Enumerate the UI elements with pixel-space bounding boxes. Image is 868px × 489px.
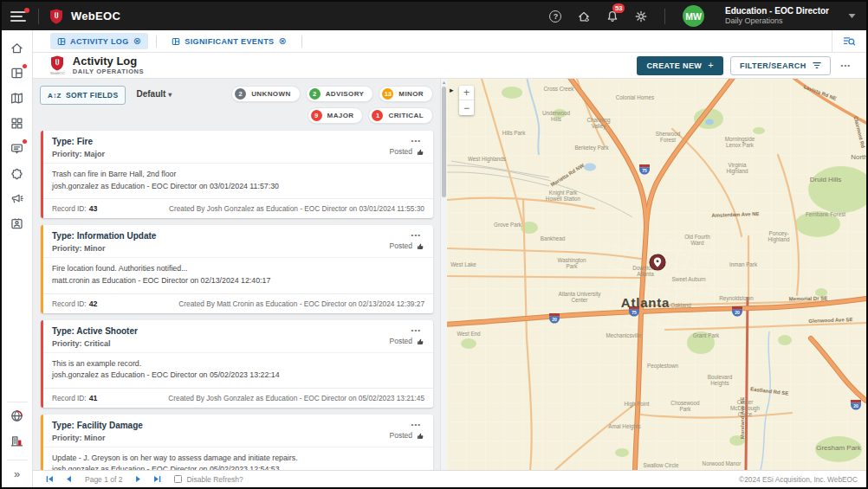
tab-label: ACTIVITY LOG — [70, 37, 129, 46]
notifications-bell-icon[interactable]: 53 — [606, 9, 620, 23]
record-type: Type: Fire — [52, 137, 105, 146]
activity-record-card[interactable]: Type: Information Update Priority: Minor… — [41, 225, 433, 312]
svg-text:Colonial Homes: Colonial Homes — [616, 94, 654, 100]
sidebar-expand-icon[interactable]: » — [14, 464, 20, 487]
record-more-menu-icon[interactable]: ••• — [408, 231, 424, 239]
svg-text:Memorial Dr SE: Memorial Dr SE — [789, 296, 827, 302]
pagination: Page 1 of 2 — [45, 474, 162, 484]
record-type: Type: Facility Damage — [52, 421, 143, 430]
record-more-menu-icon[interactable]: ••• — [408, 421, 424, 428]
user-context[interactable]: Education - EOC Director Daily Operation… — [725, 6, 829, 27]
board-more-menu-icon[interactable]: ••• — [838, 61, 854, 69]
sidebar-maps-icon[interactable] — [7, 88, 28, 107]
thumbs-up-icon — [416, 241, 424, 250]
sidebar-home-icon[interactable] — [7, 38, 28, 57]
svg-text:High Point: High Point — [624, 401, 649, 408]
sidebar-message-board-icon[interactable] — [7, 138, 28, 158]
counter-major[interactable]: 9 MAJOR — [308, 107, 364, 124]
moreland-ave — [746, 297, 748, 470]
record-type: Type: Information Update — [52, 231, 156, 241]
svg-text:Norwood Manor: Norwood Manor — [703, 460, 742, 466]
scroll-up-arrow[interactable]: ▲ — [441, 80, 447, 85]
activity-record-card[interactable]: Type: Facility Damage Priority: Minor ••… — [41, 415, 433, 470]
page-indicator: Page 1 of 2 — [85, 475, 122, 484]
tab-close-icon[interactable]: ⊗ — [278, 36, 287, 46]
atlanta-map[interactable]: 7575202020 West HighlandsHills ParkCross… — [447, 79, 866, 470]
help-icon[interactable]: ? — [548, 9, 563, 23]
record-created-by: Created By Josh Gonzalez as Education - … — [169, 204, 424, 213]
user-avatar[interactable]: MW — [683, 5, 704, 27]
hamburger-menu-icon[interactable] — [10, 10, 28, 23]
settings-gear-icon[interactable] — [634, 9, 649, 23]
activity-record-card[interactable]: Type: Fire Priority: Major ••• Posted — [41, 131, 433, 218]
svg-text:Reynoldstown: Reynoldstown — [719, 295, 754, 302]
list-scrollbar[interactable]: ▲ — [440, 79, 447, 470]
svg-text:West End: West End — [457, 331, 481, 337]
tab-close-icon[interactable]: ⊗ — [133, 36, 142, 46]
messages-badge-dot — [23, 139, 27, 144]
sort-fields-button[interactable]: A↕Z SORT FIELDS — [40, 86, 126, 105]
filter-icon — [813, 61, 821, 69]
sidebar-organization-icon[interactable] — [7, 431, 28, 450]
svg-text:Mechanicsville: Mechanicsville — [606, 332, 642, 338]
sort-row: A↕Z SORT FIELDS Default ▾ 2 UNKNOWN — [40, 86, 435, 124]
left-sidebar: » — [2, 30, 33, 487]
svg-text:Gresham Park: Gresham Park — [816, 444, 862, 452]
svg-text:20: 20 — [552, 317, 557, 322]
zoom-out-button[interactable]: − — [459, 100, 474, 115]
counter-minor[interactable]: 13 MINOR — [379, 86, 433, 102]
first-page-button[interactable] — [45, 474, 55, 484]
sort-order-dropdown[interactable]: Default ▾ — [136, 89, 172, 99]
svg-text:20: 20 — [853, 403, 858, 409]
previous-page-button[interactable] — [64, 474, 74, 484]
svg-text:Grant Park: Grant Park — [693, 332, 720, 338]
map-pane[interactable]: ▸ + − — [447, 79, 866, 470]
plus-icon: + — [708, 61, 714, 69]
record-id: 41 — [89, 394, 98, 402]
tab-significant-events[interactable]: SIGNIFICANT EVENTS ⊗ — [165, 33, 294, 49]
scrollbar-thumb[interactable] — [442, 87, 446, 197]
svg-text:Bankhead: Bankhead — [541, 235, 566, 241]
svg-text:VirginiaHighland: VirginiaHighland — [727, 162, 748, 175]
zoom-in-button[interactable]: + — [459, 86, 474, 100]
search-records-icon[interactable] — [832, 30, 866, 52]
counter-critical[interactable]: 1 CRITICAL — [368, 107, 433, 124]
record-more-menu-icon[interactable]: ••• — [408, 326, 424, 334]
user-menu-chevron-down-icon[interactable] — [848, 13, 856, 19]
filter-search-button[interactable]: FILTER/SEARCH — [730, 56, 831, 75]
svg-text:20: 20 — [735, 310, 740, 315]
map-zoom-control: + − — [459, 86, 474, 115]
sidebar-locale-globe-icon[interactable] — [7, 406, 28, 425]
map-collapse-icon[interactable]: ▸ — [450, 86, 454, 94]
thumbs-up-icon — [416, 431, 424, 440]
home-icon[interactable] — [577, 9, 592, 23]
chevron-down-icon: ▾ — [168, 91, 172, 99]
disable-refresh-checkbox[interactable] — [174, 475, 182, 483]
svg-text:Peoplestown: Peoplestown — [647, 363, 679, 370]
tab-label: SIGNIFICANT EVENTS — [185, 37, 274, 46]
svg-text:Poncey-Highland: Poncey-Highland — [768, 230, 790, 243]
record-more-menu-icon[interactable]: ••• — [408, 137, 424, 145]
record-location-marker[interactable] — [650, 254, 665, 270]
bottom-bar: Page 1 of 2 Disable Refresh? ©2024 ESi A… — [33, 470, 866, 487]
create-new-button[interactable]: CREATE NEW+ — [637, 56, 723, 75]
disable-refresh-control[interactable]: Disable Refresh? — [174, 475, 243, 484]
svg-text:75: 75 — [632, 310, 637, 315]
counter-advisory[interactable]: 2 ADVISORY — [306, 86, 374, 102]
next-page-button[interactable] — [133, 474, 143, 484]
activity-record-card[interactable]: Type: Active Shooter Priority: Critical … — [41, 320, 433, 408]
sidebar-contacts-icon[interactable] — [7, 214, 28, 233]
record-priority: Priority: Critical — [52, 339, 138, 348]
sidebar-boards-icon[interactable] — [7, 63, 28, 82]
posted-label: Posted — [390, 337, 412, 345]
tab-activity-log[interactable]: ACTIVITY LOG ⊗ — [50, 33, 148, 49]
user-role: Education - EOC Director — [725, 6, 829, 17]
sidebar-announcements-icon[interactable] — [7, 189, 28, 208]
activity-list-pane: A↕Z SORT FIELDS Default ▾ 2 UNKNOWN — [33, 79, 440, 470]
sidebar-apps-icon[interactable] — [7, 113, 28, 132]
sidebar-plugins-icon[interactable] — [7, 164, 28, 183]
divider — [156, 35, 157, 48]
svg-text:Fernbank Forest: Fernbank Forest — [806, 211, 845, 217]
last-page-button[interactable] — [152, 474, 162, 484]
counter-unknown[interactable]: 2 UNKNOWN — [231, 86, 300, 102]
